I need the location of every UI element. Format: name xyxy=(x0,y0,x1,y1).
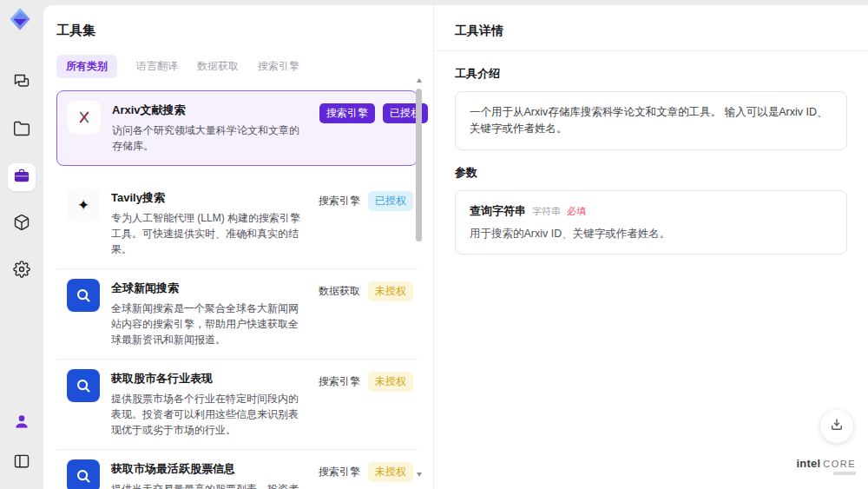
tool-card-global-news[interactable]: 全球新闻搜索 全球新闻搜索是一个聚合全球各大新闻网站内容的搜索引擎，帮助用户快速… xyxy=(56,269,418,360)
tool-name: Tavily搜索 xyxy=(111,190,307,206)
tool-details-panel: 工具详情 工具介绍 一个用于从Arxiv存储库搜索科学论文和文章的工具。 输入可… xyxy=(434,5,868,489)
category-label: 数据获取 xyxy=(319,281,360,299)
scroll-up-icon[interactable] xyxy=(417,78,422,83)
nav-account[interactable] xyxy=(8,409,36,437)
auth-status-badge: 未授权 xyxy=(368,281,413,301)
auth-status-badge: 已授权 xyxy=(368,191,413,211)
cube-icon xyxy=(13,214,30,235)
param-description: 用于搜索的Arxiv ID、关键字或作者姓名。 xyxy=(470,227,832,241)
tool-card-most-active-stocks[interactable]: 获取市场最活跃股票信息 提供当天交易量最高的股票列表，投资者可以利用这些信息来识… xyxy=(56,450,418,489)
nav-settings[interactable] xyxy=(8,257,36,285)
rail-bottom xyxy=(0,409,43,477)
tool-card-arxiv[interactable]: Arxiv文献搜索 访问各个研究领域大量科学论文和文章的存储库。 搜索引擎 已授… xyxy=(56,90,418,166)
intro-box: 一个用于从Arxiv存储库搜索科学论文和文章的工具。 输入可以是Arxiv ID… xyxy=(455,91,847,150)
nav-files[interactable] xyxy=(8,116,36,144)
tool-description: 专为人工智能代理 (LLM) 构建的搜索引擎工具。可快速提供实时、准确和真实的结… xyxy=(111,210,307,257)
page-title: 工具集 xyxy=(56,23,404,39)
tab-data-fetch[interactable]: 数据获取 xyxy=(197,55,239,78)
download-button[interactable] xyxy=(820,410,853,443)
scrollbar-thumb[interactable] xyxy=(416,89,422,241)
brand-intel-text: intel xyxy=(796,458,820,469)
list-scrollbar[interactable] xyxy=(416,78,422,477)
tool-description: 全球新闻搜索是一个聚合全球各大新闻网站内容的搜索引擎，帮助用户快速获取全球最新资… xyxy=(111,301,307,347)
category-badge: 搜索引擎 xyxy=(319,103,375,123)
tool-description: 访问各个研究领域大量科学论文和文章的存储库。 xyxy=(112,122,308,154)
tool-name: Arxiv文献搜索 xyxy=(112,102,308,118)
nav-toolbox[interactable] xyxy=(8,163,36,191)
main-surface: 工具集 所有类别 语言翻译 数据获取 搜索引擎 Arxiv文献搜索 访问各个研究… xyxy=(43,5,868,489)
search-app-icon xyxy=(67,459,100,489)
tab-all-categories[interactable]: 所有类别 xyxy=(56,55,117,78)
brand-sub-mark xyxy=(833,472,856,475)
nav-models[interactable] xyxy=(8,210,36,238)
user-icon xyxy=(13,413,30,433)
toolbox-icon xyxy=(13,167,30,188)
param-type: 字符串 xyxy=(532,205,561,218)
category-label: 搜索引擎 xyxy=(319,462,360,479)
search-app-icon xyxy=(67,279,100,312)
details-title: 工具详情 xyxy=(434,5,868,51)
category-label: 搜索引擎 xyxy=(319,372,360,389)
param-box: 查询字符串 字符串 必填 用于搜索的Arxiv ID、关键字或作者姓名。 xyxy=(455,190,847,254)
tool-description: 提供当天交易量最高的股票列表，投资者可以利用这些信息来识别流动性强的股票和潜在的… xyxy=(111,481,307,489)
folder-icon xyxy=(13,120,30,141)
panel-icon xyxy=(13,453,30,473)
params-heading: 参数 xyxy=(455,165,847,181)
intel-core-logo: intel CORE xyxy=(796,458,856,475)
icon-rail xyxy=(0,0,43,489)
tool-name: 全球新闻搜索 xyxy=(111,281,307,296)
scroll-down-icon[interactable] xyxy=(417,472,422,477)
nav-collapse[interactable] xyxy=(8,449,36,477)
intro-heading: 工具介绍 xyxy=(455,66,847,82)
tab-search-engine[interactable]: 搜索引擎 xyxy=(258,55,299,78)
tab-language-translation[interactable]: 语言翻译 xyxy=(136,55,178,78)
download-icon xyxy=(829,417,845,436)
tools-panel: 工具集 所有类别 语言翻译 数据获取 搜索引擎 Arxiv文献搜索 访问各个研究… xyxy=(43,5,434,489)
category-tabs: 所有类别 语言翻译 数据获取 搜索引擎 xyxy=(56,55,404,78)
tool-list: Arxiv文献搜索 访问各个研究领域大量科学论文和文章的存储库。 搜索引擎 已授… xyxy=(56,90,418,489)
auth-status-badge: 未授权 xyxy=(368,372,413,392)
rail-nav xyxy=(0,69,43,285)
intro-text: 一个用于从Arxiv存储库搜索科学论文和文章的工具。 输入可以是Arxiv ID… xyxy=(470,104,832,137)
category-label: 搜索引擎 xyxy=(319,191,360,208)
star-icon: ✦ xyxy=(67,188,100,221)
tool-name: 获取股市各行业表现 xyxy=(111,371,307,387)
arxiv-icon xyxy=(68,101,101,134)
search-app-icon xyxy=(67,369,100,402)
param-name: 查询字符串 xyxy=(470,203,526,219)
nav-chat[interactable] xyxy=(8,69,36,97)
tool-card-tavily[interactable]: ✦ Tavily搜索 专为人工智能代理 (LLM) 构建的搜索引擎工具。可快速提… xyxy=(56,179,418,269)
tool-card-sector-performance[interactable]: 获取股市各行业表现 提供股票市场各个行业在特定时间段内的表现。投资者可以利用这些… xyxy=(56,360,418,450)
auth-status-badge: 未授权 xyxy=(368,462,413,482)
chat-icon xyxy=(13,73,30,94)
brand-core-text: CORE xyxy=(823,459,856,469)
app-logo-icon xyxy=(8,7,32,31)
tool-description: 提供股票市场各个行业在特定时间段内的表现。投资者可以利用这些信息来识别表现优于或… xyxy=(111,391,307,438)
param-required-flag: 必填 xyxy=(567,205,586,218)
tool-name: 获取市场最活跃股票信息 xyxy=(111,461,307,477)
settings-icon xyxy=(13,261,30,281)
